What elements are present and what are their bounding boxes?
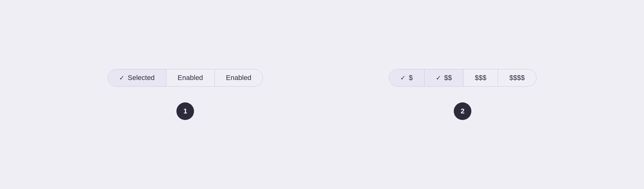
segment-dollar-4[interactable]: $$$$ — [498, 69, 536, 86]
segment-dollar-4-label: $$$$ — [509, 74, 525, 82]
segment-selected-label: Selected — [128, 74, 155, 82]
segment-enabled-2[interactable]: Enabled — [215, 69, 263, 86]
segment-enabled-1[interactable]: Enabled — [166, 69, 215, 86]
segment-selected[interactable]: ✓ Selected — [108, 69, 166, 86]
check-icon-1: ✓ — [119, 74, 125, 82]
demo-section-2: ✓ $ ✓ $$ $$$ $$$$ 2 — [389, 69, 536, 120]
segmented-control-2: ✓ $ ✓ $$ $$$ $$$$ — [389, 69, 536, 87]
demo-section-1: ✓ Selected Enabled Enabled 1 — [108, 69, 263, 120]
segment-dollar-2[interactable]: ✓ $$ — [425, 69, 464, 86]
badge-2: 2 — [454, 102, 471, 120]
segment-enabled-2-label: Enabled — [226, 74, 252, 82]
badge-1: 1 — [176, 102, 194, 120]
segment-dollar-1[interactable]: ✓ $ — [389, 69, 424, 86]
main-container: ✓ Selected Enabled Enabled 1 ✓ $ ✓ $$ — [108, 69, 536, 120]
segment-dollar-3-label: $$$ — [475, 74, 486, 82]
check-icon-2b: ✓ — [436, 74, 441, 82]
segmented-control-1: ✓ Selected Enabled Enabled — [108, 69, 263, 87]
segment-dollar-3[interactable]: $$$ — [464, 69, 498, 86]
check-icon-2a: ✓ — [400, 74, 406, 82]
segment-dollar-1-label: $ — [409, 74, 413, 82]
segment-enabled-1-label: Enabled — [178, 74, 203, 82]
segment-dollar-2-label: $$ — [444, 74, 452, 82]
